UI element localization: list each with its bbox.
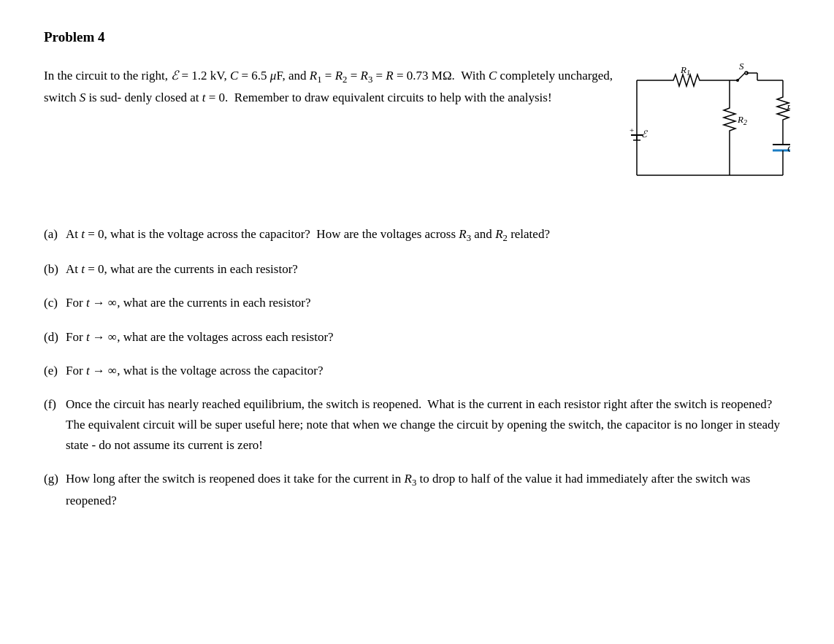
question-f-label: (f): [44, 394, 66, 456]
question-b: (b) At t = 0, what are the currents in e…: [44, 259, 790, 280]
svg-line-4: [738, 73, 745, 80]
question-d-label: (d): [44, 327, 66, 348]
question-e-label: (e): [44, 361, 66, 381]
questions-section: (a) At t = 0, what is the voltage across…: [44, 224, 790, 511]
svg-text:+: +: [630, 126, 634, 134]
question-b-label: (b): [44, 259, 66, 280]
svg-text:S: S: [739, 61, 744, 72]
question-g: (g) How long after the switch is reopene…: [44, 469, 790, 511]
question-c-body: For t → ∞, what are the currents in each…: [66, 293, 790, 313]
question-e-body: For t → ∞, what is the voltage across th…: [66, 361, 790, 381]
question-a-body: At t = 0, what is the voltage across the…: [66, 224, 790, 246]
svg-text:R3: R3: [786, 102, 790, 115]
question-f-body: Once the circuit has nearly reached equi…: [66, 394, 790, 456]
question-g-body: How long after the switch is reopened do…: [66, 469, 790, 511]
intro-text: In the circuit to the right, ℰ = 1.2 kV,…: [44, 66, 615, 108]
svg-text:C: C: [787, 143, 790, 154]
circuit-diagram: S R3 C: [630, 58, 790, 201]
question-g-label: (g): [44, 469, 66, 511]
question-d: (d) For t → ∞, what are the voltages acr…: [44, 327, 790, 348]
question-d-body: For t → ∞, what are the voltages across …: [66, 327, 790, 348]
question-c: (c) For t → ∞, what are the currents in …: [44, 293, 790, 313]
question-a: (a) At t = 0, what is the voltage across…: [44, 224, 790, 246]
svg-text:R2: R2: [737, 114, 747, 126]
question-c-label: (c): [44, 293, 66, 313]
question-b-body: At t = 0, what are the currents in each …: [66, 259, 790, 280]
svg-text:ℰ: ℰ: [641, 129, 648, 139]
question-e: (e) For t → ∞, what is the voltage acros…: [44, 361, 790, 381]
question-a-label: (a): [44, 224, 66, 246]
problem-title: Problem 4: [44, 29, 790, 45]
svg-text:R1: R1: [680, 64, 690, 77]
question-f: (f) Once the circuit has nearly reached …: [44, 394, 790, 456]
